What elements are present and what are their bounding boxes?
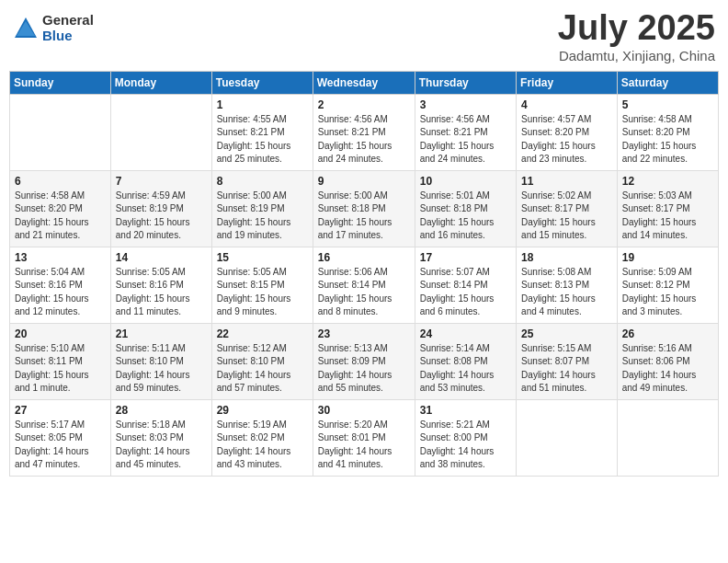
column-header-monday: Monday [110, 71, 211, 94]
column-header-wednesday: Wednesday [313, 71, 415, 94]
day-info: Sunrise: 5:07 AM Sunset: 8:14 PM Dayligh… [420, 266, 511, 319]
calendar-week-row: 20Sunrise: 5:10 AM Sunset: 8:11 PM Dayli… [10, 323, 719, 399]
day-info: Sunrise: 5:14 AM Sunset: 8:08 PM Dayligh… [420, 342, 511, 396]
day-number: 7 [116, 175, 207, 188]
calendar-cell [517, 399, 618, 476]
calendar-cell: 7Sunrise: 4:59 AM Sunset: 8:19 PM Daylig… [110, 170, 211, 247]
day-number: 6 [15, 175, 106, 188]
calendar-cell: 10Sunrise: 5:01 AM Sunset: 8:18 PM Dayli… [415, 170, 516, 247]
day-number: 16 [318, 251, 410, 264]
day-number: 31 [420, 404, 511, 417]
calendar-cell: 24Sunrise: 5:14 AM Sunset: 8:08 PM Dayli… [415, 323, 516, 399]
day-info: Sunrise: 4:58 AM Sunset: 8:20 PM Dayligh… [15, 190, 106, 243]
calendar-cell: 14Sunrise: 5:05 AM Sunset: 8:16 PM Dayli… [110, 247, 211, 323]
day-info: Sunrise: 5:08 AM Sunset: 8:13 PM Dayligh… [521, 266, 612, 319]
day-info: Sunrise: 4:56 AM Sunset: 8:21 PM Dayligh… [318, 113, 410, 167]
calendar-cell: 8Sunrise: 5:00 AM Sunset: 8:19 PM Daylig… [211, 170, 313, 247]
day-info: Sunrise: 5:12 AM Sunset: 8:10 PM Dayligh… [217, 342, 308, 396]
day-info: Sunrise: 5:21 AM Sunset: 8:00 PM Dayligh… [420, 419, 511, 472]
title-block: July 2025 Dadamtu, Xinjiang, China [558, 9, 715, 63]
day-info: Sunrise: 5:01 AM Sunset: 8:18 PM Dayligh… [420, 190, 511, 243]
calendar-cell: 16Sunrise: 5:06 AM Sunset: 8:14 PM Dayli… [313, 247, 415, 323]
calendar-cell: 3Sunrise: 4:56 AM Sunset: 8:21 PM Daylig… [415, 94, 516, 170]
day-info: Sunrise: 5:19 AM Sunset: 8:02 PM Dayligh… [217, 419, 308, 472]
day-info: Sunrise: 5:06 AM Sunset: 8:14 PM Dayligh… [318, 266, 410, 319]
day-number: 18 [521, 251, 612, 264]
day-number: 4 [521, 98, 612, 111]
day-number: 22 [217, 327, 308, 340]
day-number: 15 [217, 251, 308, 264]
calendar-cell: 27Sunrise: 5:17 AM Sunset: 8:05 PM Dayli… [10, 399, 111, 476]
day-number: 19 [622, 251, 713, 264]
day-info: Sunrise: 5:20 AM Sunset: 8:01 PM Dayligh… [318, 419, 410, 472]
day-info: Sunrise: 5:15 AM Sunset: 8:07 PM Dayligh… [521, 342, 612, 396]
calendar-cell: 28Sunrise: 5:18 AM Sunset: 8:03 PM Dayli… [110, 399, 211, 476]
calendar-cell [10, 94, 111, 170]
logo-text: General Blue [42, 13, 94, 43]
calendar-cell: 26Sunrise: 5:16 AM Sunset: 8:06 PM Dayli… [617, 323, 718, 399]
calendar-cell: 22Sunrise: 5:12 AM Sunset: 8:10 PM Dayli… [211, 323, 313, 399]
day-number: 29 [217, 404, 308, 417]
day-info: Sunrise: 4:59 AM Sunset: 8:19 PM Dayligh… [116, 190, 207, 243]
calendar-header-row: SundayMondayTuesdayWednesdayThursdayFrid… [10, 71, 719, 94]
calendar-cell: 11Sunrise: 5:02 AM Sunset: 8:17 PM Dayli… [517, 170, 618, 247]
day-info: Sunrise: 5:09 AM Sunset: 8:12 PM Dayligh… [622, 266, 713, 319]
calendar-cell: 6Sunrise: 4:58 AM Sunset: 8:20 PM Daylig… [10, 170, 111, 247]
month-title: July 2025 [558, 9, 715, 48]
logo-blue: Blue [42, 29, 94, 44]
calendar-cell: 4Sunrise: 4:57 AM Sunset: 8:20 PM Daylig… [517, 94, 618, 170]
day-number: 20 [15, 327, 106, 340]
day-number: 14 [116, 251, 207, 264]
day-info: Sunrise: 5:11 AM Sunset: 8:10 PM Dayligh… [116, 342, 207, 396]
day-number: 8 [217, 175, 308, 188]
calendar-cell: 18Sunrise: 5:08 AM Sunset: 8:13 PM Dayli… [517, 247, 618, 323]
day-number: 26 [622, 327, 713, 340]
day-number: 5 [622, 98, 713, 111]
column-header-friday: Friday [517, 71, 618, 94]
calendar-cell: 25Sunrise: 5:15 AM Sunset: 8:07 PM Dayli… [517, 323, 618, 399]
day-number: 10 [420, 175, 511, 188]
day-info: Sunrise: 5:18 AM Sunset: 8:03 PM Dayligh… [116, 419, 207, 472]
calendar-cell: 1Sunrise: 4:55 AM Sunset: 8:21 PM Daylig… [211, 94, 313, 170]
day-info: Sunrise: 5:13 AM Sunset: 8:09 PM Dayligh… [318, 342, 410, 396]
calendar-cell: 2Sunrise: 4:56 AM Sunset: 8:21 PM Daylig… [313, 94, 415, 170]
calendar-cell: 23Sunrise: 5:13 AM Sunset: 8:09 PM Dayli… [313, 323, 415, 399]
day-number: 25 [521, 327, 612, 340]
calendar-cell: 31Sunrise: 5:21 AM Sunset: 8:00 PM Dayli… [415, 399, 516, 476]
day-info: Sunrise: 5:10 AM Sunset: 8:11 PM Dayligh… [15, 342, 106, 396]
day-info: Sunrise: 5:17 AM Sunset: 8:05 PM Dayligh… [15, 419, 106, 472]
svg-marker-1 [17, 21, 35, 36]
page-header: General Blue July 2025 Dadamtu, Xinjiang… [9, 9, 719, 63]
day-info: Sunrise: 4:57 AM Sunset: 8:20 PM Dayligh… [521, 113, 612, 167]
calendar-week-row: 13Sunrise: 5:04 AM Sunset: 8:16 PM Dayli… [10, 247, 719, 323]
day-number: 23 [318, 327, 410, 340]
calendar-cell [110, 94, 211, 170]
calendar-week-row: 6Sunrise: 4:58 AM Sunset: 8:20 PM Daylig… [10, 170, 719, 247]
day-info: Sunrise: 5:16 AM Sunset: 8:06 PM Dayligh… [622, 342, 713, 396]
day-number: 1 [217, 98, 308, 111]
column-header-saturday: Saturday [617, 71, 718, 94]
calendar-cell: 15Sunrise: 5:05 AM Sunset: 8:15 PM Dayli… [211, 247, 313, 323]
calendar-cell [617, 399, 718, 476]
day-info: Sunrise: 4:55 AM Sunset: 8:21 PM Dayligh… [217, 113, 308, 167]
calendar-cell: 20Sunrise: 5:10 AM Sunset: 8:11 PM Dayli… [10, 323, 111, 399]
day-number: 9 [318, 175, 410, 188]
day-number: 2 [318, 98, 410, 111]
calendar-cell: 19Sunrise: 5:09 AM Sunset: 8:12 PM Dayli… [617, 247, 718, 323]
day-number: 27 [15, 404, 106, 417]
logo-general: General [42, 13, 94, 29]
day-info: Sunrise: 5:00 AM Sunset: 8:18 PM Dayligh… [318, 190, 410, 243]
calendar-cell: 17Sunrise: 5:07 AM Sunset: 8:14 PM Dayli… [415, 247, 516, 323]
day-info: Sunrise: 5:05 AM Sunset: 8:16 PM Dayligh… [116, 266, 207, 319]
calendar-cell: 30Sunrise: 5:20 AM Sunset: 8:01 PM Dayli… [313, 399, 415, 476]
day-number: 17 [420, 251, 511, 264]
day-info: Sunrise: 5:03 AM Sunset: 8:17 PM Dayligh… [622, 190, 713, 243]
column-header-thursday: Thursday [415, 71, 516, 94]
day-number: 28 [116, 404, 207, 417]
calendar-cell: 13Sunrise: 5:04 AM Sunset: 8:16 PM Dayli… [10, 247, 111, 323]
calendar-cell: 21Sunrise: 5:11 AM Sunset: 8:10 PM Dayli… [110, 323, 211, 399]
day-info: Sunrise: 5:04 AM Sunset: 8:16 PM Dayligh… [15, 266, 106, 319]
day-number: 3 [420, 98, 511, 111]
logo: General Blue [13, 13, 94, 43]
day-info: Sunrise: 5:02 AM Sunset: 8:17 PM Dayligh… [521, 190, 612, 243]
